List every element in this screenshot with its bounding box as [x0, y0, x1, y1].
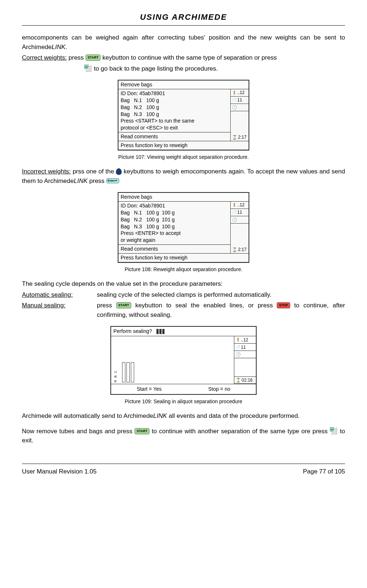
closing-para2: Now remove tubes and bags and press STAR…	[22, 427, 345, 445]
content-body: emocomponents can be weighed again after…	[22, 33, 345, 445]
screen-107-title: Remove bags	[118, 80, 249, 89]
screen-108-instr2: or weight again	[121, 237, 228, 244]
enter-button-icon: Enter↵	[106, 178, 119, 183]
screen-108-row2: Bag N.2 100 g 101 g	[121, 216, 228, 223]
screen-109-start: Start = Yes	[137, 385, 162, 393]
time-val: 02:16	[242, 377, 253, 383]
incorrect-label: Incorrect weights:	[22, 168, 71, 175]
doc-icon	[236, 344, 240, 350]
start-button-icon: START	[135, 428, 150, 434]
side1-val: ..12	[237, 202, 245, 208]
caption-107: Picture 107: Viewing weight aliquot sepa…	[22, 153, 345, 161]
screen-107: Remove bags ID Don: 45ab78901 Bag N.1 10…	[118, 80, 249, 150]
start-button-icon: START	[116, 302, 131, 308]
screen-109-side3	[234, 351, 256, 358]
side2-val: 11	[237, 97, 242, 103]
incorrect-para: Incorrect weights: prss one of the keybu…	[22, 167, 345, 186]
person-icon	[232, 90, 237, 95]
screen-108-footer: Press function key to reweigh	[118, 253, 249, 262]
screen-107-bag3: Bag N.3 100 g	[121, 111, 228, 118]
screen-109: Perform sealing? R B C ..12 11 02:16 Sta…	[110, 326, 257, 395]
hourglass-icon	[232, 247, 237, 252]
intro-text: emocomponents can be weighed again after…	[22, 34, 345, 50]
screen-108-side1: ..12	[231, 202, 249, 209]
closing-1a: Archimede will automatically send to Arc…	[22, 412, 153, 419]
screen-107-read: Read comments	[121, 133, 228, 140]
hourglass-icon	[236, 377, 241, 383]
link-text-2: LINK	[74, 177, 88, 184]
footer-right: Page 77 of 105	[303, 467, 345, 476]
start-button-icon: START	[86, 55, 101, 61]
time-val: 2:17	[238, 134, 246, 140]
screen-107-instr1: Press <START> to run the same	[121, 117, 228, 124]
screen-107-side3	[231, 104, 249, 111]
correct-weights-para: Correct weights: press START keybutton t…	[22, 53, 345, 63]
sealing-bars-icon	[156, 329, 164, 334]
closing-2b: to continue with another separation of t…	[150, 428, 330, 435]
incorrect-text1: prss one of the	[71, 168, 116, 175]
tubes-graphic	[122, 362, 134, 382]
correct-text-2: keybutton to continue with the same type…	[101, 54, 277, 61]
screen-107-time: 2:17	[231, 134, 249, 141]
link-text: LINK	[52, 44, 65, 50]
caption-108: Picture 108: Reweight aliquot separation…	[22, 266, 345, 273]
screen-108-instr1: Press <ENTER> to accept	[121, 230, 228, 237]
screen-108-read: Read comments	[121, 246, 228, 252]
correct-weights-cont: Esc to go back to the page listing the p…	[84, 64, 345, 74]
closing-1c: all events and data of the procedure per…	[167, 412, 300, 419]
clock-icon	[236, 351, 241, 357]
screen-108-side2: 11	[231, 209, 249, 216]
person-icon	[236, 337, 240, 342]
screen-109-time: 02:16	[234, 377, 256, 384]
hourglass-icon	[232, 134, 237, 140]
page-footer: User Manual Revision 1.05 Page 77 of 105	[22, 464, 345, 476]
sealing-intro: The sealing cycle depends on the value s…	[22, 279, 345, 289]
screen-109-title: Perform sealing?	[113, 327, 152, 335]
clock-icon	[232, 217, 237, 222]
screen-108-time: 2:17	[231, 246, 249, 253]
manual-sealing-desc: press START keybutton to seal the enable…	[97, 301, 345, 319]
side2-val: 11	[241, 344, 246, 351]
screen-108-title: Remove bags	[118, 193, 249, 202]
side1-val: ..12	[237, 90, 245, 95]
correct-text-3: to go back to the page listing the proce…	[92, 65, 218, 72]
side1-val: ..12	[241, 337, 248, 343]
screen-107-instr2: protocol or <ESC> to exit	[121, 124, 228, 131]
manual-sealing-label: Manual sealing:	[22, 301, 97, 319]
screen-109-stop: Stop = no	[208, 385, 230, 393]
intro-paragraph: emocomponents can be weighed again after…	[22, 33, 345, 52]
page-header: USING ARCHIMEDE	[22, 11, 345, 26]
clock-icon	[232, 105, 237, 110]
correct-weights-label: Correct weights:	[22, 54, 67, 61]
drop-icon	[116, 168, 122, 175]
incorrect-text3: press	[88, 177, 106, 184]
rbc-label: R B C	[113, 370, 118, 382]
link-text-3: LINK	[153, 412, 167, 419]
side2-val: 11	[237, 209, 242, 215]
doc-icon	[232, 210, 237, 215]
caption-109: Picture 109: Sealing in aliquot separati…	[22, 398, 345, 405]
manual-text2: keybutton to seal the enabled lines, or …	[131, 302, 277, 309]
screen-108-row1: Bag N.1 100 g 100 g	[121, 209, 228, 216]
auto-sealing-desc: sealing cycle of the selected clamps is …	[97, 290, 345, 300]
esc-button-icon: Esc	[330, 427, 338, 435]
person-icon	[232, 203, 237, 208]
doc-icon	[232, 98, 237, 103]
screen-108: Remove bags ID Don: 45ab78901 Bag N.1 10…	[118, 192, 249, 263]
auto-sealing-row: Automatic sealing: sealing cycle of the …	[22, 290, 345, 300]
screen-108-side3	[231, 216, 249, 224]
screen-107-side1: ..12	[231, 89, 249, 97]
screen-107-id: ID Don: 45ab78901	[121, 90, 228, 97]
screen-107-bag2: Bag N.2 100 g	[121, 104, 228, 111]
intro-period: .	[65, 44, 67, 50]
esc-button-icon: Esc	[84, 64, 92, 72]
screen-109-side2: 11	[234, 344, 256, 351]
screen-108-row3: Bag N.3 100 g 100 g	[121, 223, 228, 230]
closing-para1: Archimede will automatically send to Arc…	[22, 411, 345, 421]
footer-left: User Manual Revision 1.05	[22, 467, 97, 476]
stop-button-icon: STOP	[277, 302, 290, 308]
manual-text1: press	[97, 302, 116, 309]
screen-108-id: ID Don: 45ab78901	[121, 202, 228, 209]
screen-107-bag1: Bag N.1 100 g	[121, 97, 228, 104]
auto-sealing-label: Automatic sealing:	[22, 290, 97, 300]
